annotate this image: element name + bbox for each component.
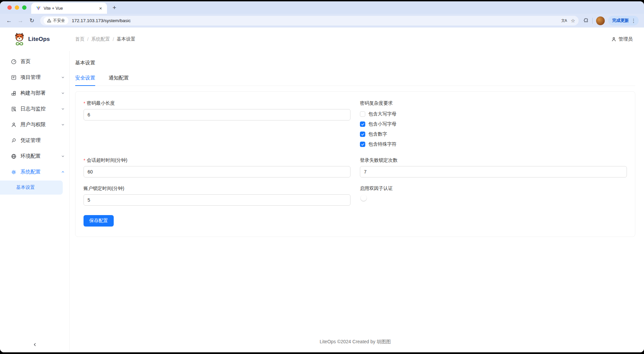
- field-label: 登录失败锁定次数: [360, 157, 397, 163]
- check-icon: [361, 143, 365, 146]
- digits-checkbox[interactable]: [360, 132, 365, 137]
- field-label: 账户锁定时间(分钟): [84, 186, 124, 192]
- chevron-down-icon: [61, 75, 65, 79]
- field-password-complexity: 密码复杂度要求 包含大写字母 包含小写字母: [360, 100, 627, 149]
- session-timeout-input[interactable]: [84, 166, 351, 178]
- sidebar-item-environment[interactable]: 环境配置: [0, 148, 69, 164]
- build-deploy-icon: [11, 90, 17, 96]
- address-bar[interactable]: 不安全 172.17.103.173/system/basic 文A ☆: [40, 16, 579, 26]
- checkbox-row: 包含数字: [360, 129, 627, 139]
- field-label: 启用双因子认证: [360, 186, 393, 192]
- settings-tabs: 安全设置 通知配置: [75, 75, 635, 86]
- app-page: LiteOps 首页 / 系统配置 / 基本设置 管理员: [0, 28, 644, 352]
- tab-strip: Vite + Vue × +: [0, 1, 644, 14]
- brand-logo[interactable]: LiteOps: [0, 33, 70, 46]
- extensions-puzzle-icon[interactable]: [583, 18, 589, 23]
- update-label: 完成更新: [612, 18, 629, 23]
- sidebar-item-label: 构建与部署: [20, 90, 57, 96]
- required-asterisk: [84, 101, 87, 106]
- account-lock-time-input[interactable]: [84, 194, 351, 206]
- checkbox-row: 包含特殊字符: [360, 139, 627, 149]
- field-label: 密码最小长度: [87, 100, 115, 106]
- password-min-length-input[interactable]: [84, 109, 351, 120]
- tab-notification-config[interactable]: 通知配置: [109, 75, 129, 86]
- sidebar-item-home[interactable]: 首页: [0, 54, 69, 69]
- field-label: 密码复杂度要求: [360, 100, 393, 106]
- gear-icon: [11, 169, 17, 175]
- project-icon: [11, 74, 17, 81]
- chevron-up-icon: [61, 170, 65, 174]
- required-asterisk: [84, 158, 87, 163]
- logs-monitor-icon: [11, 106, 17, 112]
- chevron-down-icon: [61, 91, 65, 95]
- app-header: LiteOps 首页 / 系统配置 / 基本设置 管理员: [0, 28, 644, 51]
- browser-tab[interactable]: Vite + Vue ×: [31, 3, 107, 14]
- chevron-down-icon: [61, 107, 65, 111]
- user-icon: [611, 37, 616, 42]
- back-icon[interactable]: ←: [4, 16, 14, 26]
- bookmark-star-icon[interactable]: ☆: [571, 18, 575, 24]
- security-chip[interactable]: 不安全: [44, 17, 68, 24]
- settings-card: 密码最小长度 密码复杂度要求 包含大写字母: [75, 91, 635, 237]
- browser-menu-kebab-icon[interactable]: ⋮: [631, 18, 637, 24]
- save-config-button[interactable]: 保存配置: [84, 215, 114, 226]
- close-window-button[interactable]: [7, 5, 12, 10]
- sidebar-subitem-label: 基本设置: [16, 185, 35, 191]
- login-fail-lock-input[interactable]: [360, 166, 627, 178]
- breadcrumb-current: 基本设置: [117, 36, 136, 42]
- checkbox-label: 包含大写字母: [368, 111, 396, 117]
- translate-icon[interactable]: 文A: [561, 18, 567, 23]
- browser-window: Vite + Vue × + ← → ↻ 不安全 172.17.103.173/…: [0, 1, 644, 352]
- chevron-down-icon: [61, 123, 65, 127]
- tab-title: Vite + Vue: [44, 6, 95, 11]
- forward-icon[interactable]: →: [16, 16, 25, 26]
- maximize-window-button[interactable]: [22, 5, 26, 10]
- profile-avatar[interactable]: [596, 16, 605, 25]
- liteops-panda-logo-icon: [13, 33, 25, 46]
- page-title: 基本设置: [75, 60, 635, 66]
- vite-icon: [36, 6, 41, 11]
- breadcrumb-separator: /: [113, 37, 114, 42]
- sidebar-item-label: 凭证管理: [20, 137, 65, 144]
- lowercase-checkbox[interactable]: [360, 121, 365, 127]
- chevron-down-icon: [61, 154, 65, 158]
- sidebar-item-build-deploy[interactable]: 构建与部署: [0, 85, 69, 101]
- breadcrumb: 首页 / 系统配置 / 基本设置: [75, 36, 136, 42]
- sidebar-item-logs-monitor[interactable]: 日志与监控: [0, 101, 69, 117]
- sidebar-item-projects[interactable]: 项目管理: [0, 69, 69, 85]
- security-label: 不安全: [53, 18, 65, 23]
- breadcrumb-system-config[interactable]: 系统配置: [91, 36, 110, 42]
- sidebar-item-label: 日志与监控: [20, 106, 57, 112]
- window-controls: [0, 1, 31, 14]
- tab-security-settings[interactable]: 安全设置: [75, 75, 95, 86]
- users-permissions-icon: [11, 122, 17, 128]
- sidebar-collapse-button[interactable]: [0, 337, 69, 352]
- field-session-timeout: 会话超时时间(分钟): [84, 157, 351, 178]
- sidebar-subitem-basic-settings[interactable]: 基本设置: [0, 181, 63, 195]
- minimize-window-button[interactable]: [15, 5, 19, 10]
- special-chars-checkbox[interactable]: [360, 142, 365, 147]
- browser-toolbar: ← → ↻ 不安全 172.17.103.173/system/basic 文A…: [0, 14, 644, 28]
- uppercase-checkbox[interactable]: [360, 111, 365, 117]
- breadcrumb-home[interactable]: 首页: [75, 36, 85, 42]
- toggle-knob: [361, 195, 367, 201]
- field-label: 会话超时时间(分钟): [87, 157, 127, 163]
- checkbox-label: 包含数字: [368, 131, 387, 137]
- sidebar-item-users-permissions[interactable]: 用户与权限: [0, 117, 69, 133]
- toolbar-right: 完成更新 ⋮: [581, 16, 641, 26]
- tab-close-icon[interactable]: ×: [98, 5, 104, 11]
- update-chrome-button[interactable]: 完成更新 ⋮: [608, 16, 639, 26]
- field-two-factor: 启用双因子认证: [360, 186, 627, 206]
- sidebar-item-credentials[interactable]: 凭证管理: [0, 133, 69, 148]
- user-menu[interactable]: 管理员: [611, 36, 644, 42]
- sidebar: 首页 项目管理 构建与部署: [0, 51, 70, 352]
- new-tab-button[interactable]: +: [110, 3, 119, 13]
- checkbox-row: 包含小写字母: [360, 119, 627, 129]
- warning-icon: [47, 18, 51, 23]
- user-name: 管理员: [619, 36, 633, 42]
- toolbar-divider: [592, 18, 593, 24]
- reload-icon[interactable]: ↻: [27, 16, 37, 26]
- checkbox-label: 包含特殊字符: [368, 141, 396, 147]
- sidebar-item-system-config[interactable]: 系统配置: [0, 164, 69, 180]
- sidebar-item-label: 系统配置: [20, 169, 57, 175]
